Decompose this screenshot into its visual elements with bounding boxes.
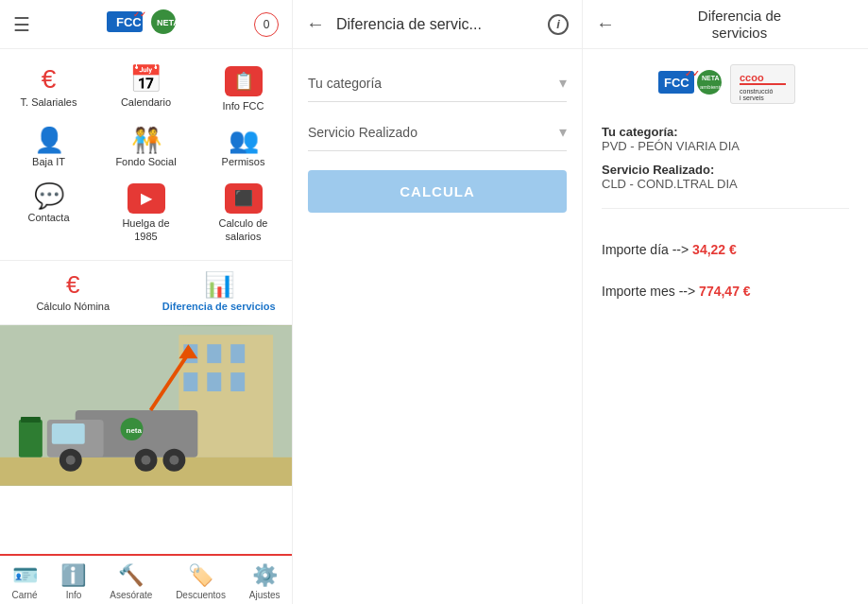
middle-panel-header: ← Diferencia de servic... i — [293, 0, 582, 49]
menu-item-info-fcc[interactable]: 📋 Info FCC — [195, 59, 292, 120]
grid-icon: ⬛ — [225, 183, 263, 214]
nav-ajustes[interactable]: ⚙️ Ajustes — [249, 563, 281, 600]
svg-rect-10 — [183, 372, 197, 391]
grid-menu: € T. Salariales 📅 Calendario 📋 Info FCC … — [0, 49, 292, 260]
svg-text:NETA: NETA — [702, 75, 720, 81]
import-day-label: Importe día --> 34,22 € — [602, 242, 737, 257]
chat-icon: 💬 — [34, 183, 64, 208]
nav-descuentos[interactable]: 🏷️ Descuentos — [176, 563, 226, 600]
person-plus-icon: 🧑‍🤝‍🧑 — [131, 128, 162, 152]
svg-text:NETA: NETA — [157, 18, 179, 27]
logos-row: FCC ✓✓ NETA ambiente ccoo construcció i … — [602, 64, 849, 104]
menu-item-calculo[interactable]: ⬛ Calculo desalarios — [195, 176, 292, 250]
right-panel-title: Diferencia deservicios — [624, 8, 855, 42]
menu-item-baja-it[interactable]: 👤 Baja IT — [0, 120, 97, 176]
svg-point-20 — [66, 456, 76, 465]
truck-scene-svg: neta — [0, 325, 292, 486]
app-logo: FCC ✓✓ NETA — [105, 8, 180, 42]
ccoo-svg: ccoo construcció i serveis — [737, 67, 789, 101]
notification-badge[interactable]: 0 — [254, 12, 279, 37]
tag-icon: 🏷️ — [188, 563, 213, 588]
logo-container: FCC ✓✓ NETA — [105, 8, 180, 42]
hammer-icon: 🔨 — [118, 563, 144, 588]
result-section: Tu categoría: PVD - PEÓN VIARIA DIA Serv… — [602, 125, 849, 300]
svg-rect-12 — [230, 372, 245, 391]
category-label: Tu categoría: — [602, 125, 849, 139]
svg-rect-15 — [21, 417, 41, 423]
svg-text:ccoo: ccoo — [740, 72, 764, 83]
play-icon: ▶ — [128, 183, 165, 214]
menu-item-diferencia-servicios[interactable]: 📊 Diferencia de servicios — [146, 265, 293, 320]
svg-point-22 — [142, 456, 151, 465]
divider — [602, 208, 849, 209]
menu-item-contacta[interactable]: 💬 Contacta — [0, 176, 97, 250]
person-icon: 👤 — [34, 128, 64, 152]
menu-item-t-salariales[interactable]: € T. Salariales — [0, 59, 97, 120]
svg-point-24 — [169, 456, 179, 465]
menu-item-fondo-social[interactable]: 🧑‍🤝‍🧑 Fondo Social — [97, 120, 195, 176]
truck-image: neta — [0, 325, 292, 486]
gear-icon: ⚙️ — [252, 563, 278, 588]
left-panel: ☰ FCC ✓✓ NETA 0 € T. Salariales 📅 Calend… — [0, 0, 293, 604]
import-day-row: Importe día --> 34,22 € — [602, 241, 849, 258]
euro-icon: € — [42, 66, 57, 93]
category-block: Tu categoría: PVD - PEÓN VIARIA DIA — [602, 125, 849, 153]
nav-info[interactable]: ℹ️ Info — [60, 563, 86, 600]
servicio-dropdown[interactable]: Servicio Realizado ▾ — [308, 113, 567, 151]
service-value: CLD - COND.LTRAL DIA — [602, 177, 849, 191]
import-month-label: Importe mes --> 774,47 € — [602, 284, 751, 299]
import-month-row: Importe mes --> 774,47 € — [602, 283, 849, 300]
import-month-value: 774,47 € — [699, 284, 751, 299]
nav-asesorete[interactable]: 🔨 Asesórate — [110, 563, 152, 600]
left-header: ☰ FCC ✓✓ NETA 0 — [0, 0, 292, 49]
calendar-icon: 📅 — [129, 66, 162, 93]
svg-rect-37 — [740, 83, 786, 85]
svg-text:construcció: construcció — [740, 88, 774, 95]
categoria-label: Tu categoría — [308, 76, 382, 91]
bottom-nav: 🪪 Carné ℹ️ Info 🔨 Asesórate 🏷️ Descuento… — [0, 554, 292, 604]
middle-panel-title: Diferencia de servic... — [336, 16, 536, 33]
fcc-neta-logo: FCC ✓✓ NETA ambiente — [656, 67, 723, 101]
chart-icon: 📊 — [204, 272, 234, 297]
fcc-logo-right: FCC ✓✓ NETA ambiente — [656, 67, 723, 101]
svg-text:i serveis: i serveis — [740, 95, 764, 101]
middle-panel: ← Diferencia de servic... i Tu categoría… — [293, 0, 583, 604]
chevron-down-icon-1: ▾ — [559, 74, 567, 92]
form-area: Tu categoría ▾ Servicio Realizado ▾ CALC… — [293, 49, 582, 228]
document-icon: 📋 — [225, 66, 263, 96]
categoria-dropdown[interactable]: Tu categoría ▾ — [308, 64, 567, 102]
svg-rect-8 — [207, 344, 221, 363]
menu-item-huelga[interactable]: ▶ Huelga de1985 — [97, 176, 195, 250]
svg-text:✓✓: ✓✓ — [685, 69, 700, 78]
svg-text:✓✓: ✓✓ — [133, 10, 146, 19]
menu-item-calendario[interactable]: 📅 Calendario — [97, 59, 195, 120]
right-panel-header: ← Diferencia deservicios — [583, 0, 868, 49]
menu-item-calculo-nomina[interactable]: € Cálculo Nómina — [0, 265, 146, 320]
carne-icon: 🪪 — [12, 563, 38, 588]
nav-carne[interactable]: 🪪 Carné — [11, 563, 37, 600]
service-block: Servicio Realizado: CLD - COND.LTRAL DIA — [602, 163, 849, 191]
svg-rect-11 — [207, 372, 221, 391]
service-label: Servicio Realizado: — [602, 163, 849, 177]
bottom-row: € Cálculo Nómina 📊 Diferencia de servici… — [0, 260, 292, 325]
back-arrow-icon[interactable]: ← — [306, 13, 325, 35]
svg-text:ambiente: ambiente — [700, 84, 723, 90]
svg-rect-18 — [52, 423, 85, 444]
calcula-button[interactable]: CALCULA — [308, 170, 567, 213]
import-day-value: 34,22 € — [692, 242, 737, 257]
info-nav-icon: ℹ️ — [60, 563, 86, 588]
svg-text:neta: neta — [127, 426, 143, 435]
chevron-down-icon-2: ▾ — [559, 123, 567, 141]
right-content: FCC ✓✓ NETA ambiente ccoo construcció i … — [583, 49, 868, 315]
category-value: PVD - PEÓN VIARIA DIA — [602, 139, 849, 153]
hamburger-icon[interactable]: ☰ — [13, 13, 30, 36]
servicio-label: Servicio Realizado — [308, 125, 417, 140]
svg-rect-9 — [230, 344, 245, 363]
euro-calc-icon: € — [66, 272, 79, 297]
right-back-arrow-icon[interactable]: ← — [596, 13, 615, 35]
ccoo-logo: ccoo construcció i serveis — [730, 64, 795, 104]
info-circle-icon[interactable]: i — [548, 14, 569, 35]
menu-item-permisos[interactable]: 👥 Permisos — [195, 120, 292, 176]
right-panel: ← Diferencia deservicios FCC ✓✓ NETA amb… — [583, 0, 868, 604]
group-icon: 👥 — [229, 128, 259, 152]
